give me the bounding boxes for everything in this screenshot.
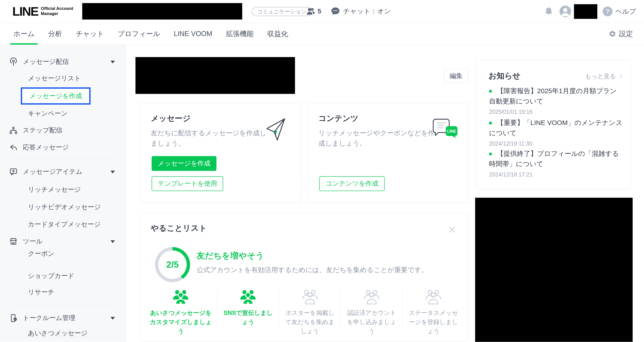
divider: [10, 160, 116, 160]
sidebar-item-talk-room-management[interactable]: トークルーム管理: [0, 313, 126, 323]
news-item-title: 【障害報告】2025年1月度の月額プラン自動更新について: [489, 86, 623, 106]
create-message-button[interactable]: メッセージを作成: [152, 156, 216, 171]
settings-link[interactable]: 設定: [609, 23, 633, 45]
todo-list-card: やることリスト 2/5 友だちを増やそう 公式アカウントを有効活用するためには、…: [140, 213, 468, 341]
line-oam-home-page: LINE Official Account Manager コミュニケーション …: [0, 0, 644, 342]
sidebar-item-tools[interactable]: ツール: [0, 237, 126, 246]
close-icon[interactable]: [448, 225, 456, 234]
news-panel: お知らせ もっと見る 【障害報告】2025年1月度の月額プラン自動更新について …: [476, 60, 630, 189]
avatar-person-icon: [560, 6, 571, 17]
chat-status: チャット：オン: [330, 6, 391, 16]
chevron-down-icon: [110, 171, 115, 173]
todo-desc: 公式アカウントを有効活用するためには、友だちを集めることが重要です。: [196, 265, 428, 275]
sidebar-item-rich-message[interactable]: リッチメッセージ: [0, 185, 126, 195]
logo-line-text: LINE: [12, 5, 38, 18]
tab-analytics[interactable]: 分析: [45, 23, 65, 45]
redacted-user-name: [574, 4, 598, 19]
help-icon: ?: [603, 7, 612, 16]
broadcast-icon: [9, 57, 18, 66]
chevron-down-icon: [110, 317, 115, 320]
sidebar-item-coupon[interactable]: クーポン: [0, 249, 126, 259]
sidebar-item-research[interactable]: リサーチ: [0, 287, 126, 297]
chat-bubble-icon: [330, 6, 340, 16]
news-item-date: 2024/12/18 17:21: [489, 171, 623, 178]
tab-monetization[interactable]: 収益化: [264, 23, 291, 45]
user-avatar[interactable]: [560, 6, 571, 17]
main-area: 編集 メッセージ 友だちに配信するメッセージを作成しましょう。 メッセージを作成…: [126, 45, 644, 342]
plan-badge: コミュニケーション: [252, 7, 312, 16]
phone-chat-icon: [9, 313, 18, 322]
sidebar-item-rich-video-message[interactable]: リッチビデオメッセージ: [0, 202, 126, 212]
content-card: コンテンツ LINE リッチメッセージやクーポンなどを作成しましょう。 コンテン…: [308, 103, 468, 203]
people-group-icon: [425, 289, 442, 305]
message-plus-icon: [9, 167, 18, 176]
redacted-side-panel: [475, 198, 633, 342]
sidebar-item-message-items[interactable]: メッセージアイテム: [0, 167, 126, 177]
bullet-icon: [489, 122, 492, 124]
sidebar-item-create-message[interactable]: メッセージを作成: [29, 92, 82, 101]
content-card-title: コンテンツ: [318, 113, 358, 124]
sidebar-item-message-list[interactable]: メッセージリスト: [0, 73, 126, 83]
help-link[interactable]: ? ヘルプ: [603, 7, 636, 16]
message-card-title: メッセージ: [151, 113, 190, 124]
people-group-icon: [301, 289, 319, 305]
task-apply-verified-account[interactable]: 認証済アカウントを申し込みましょう: [340, 288, 402, 330]
task-customize-greeting[interactable]: あいさつメッセージをカスタマイズしましょう: [144, 288, 217, 330]
divider: [0, 337, 126, 337]
create-content-button[interactable]: コンテンツを作成: [319, 176, 384, 191]
news-item-title: 【提供終了】プロフィールの「混雑する時間帯」について: [489, 148, 623, 169]
reply-arrow-icon: [9, 143, 18, 152]
sidebar-item-card-type-message[interactable]: カードタイプメッセージ: [0, 220, 126, 229]
sidebar-item-step-delivery[interactable]: ステップ配信: [0, 125, 126, 135]
sidebar-item-shop-card[interactable]: ショップカード: [0, 271, 126, 281]
chat-status-label: チャット：オン: [343, 7, 391, 16]
todo-heading: 友だちを増やそう: [196, 250, 264, 261]
divider: [10, 306, 116, 306]
bullet-icon: [489, 90, 492, 93]
sidebar-item-auto-response[interactable]: 応答メッセージ: [0, 142, 126, 152]
tab-line-voom[interactable]: LINE VOOM: [170, 23, 215, 45]
tab-chat[interactable]: チャット: [72, 23, 107, 45]
news-item-date: 2025/01/01 19:16: [489, 109, 623, 115]
chevron-right-icon: [618, 74, 622, 78]
use-template-button[interactable]: テンプレートを使用: [152, 176, 223, 191]
redacted-account-summary: [135, 57, 295, 94]
step-flow-icon: [9, 126, 18, 135]
main-nav: ホーム 分析 チャット プロフィール LINE VOOM 拡張機能 収益化 設定: [0, 23, 644, 45]
news-item[interactable]: 【提供終了】プロフィールの「混雑する時間帯」について 2024/12/18 17…: [489, 148, 623, 178]
notifications-bell-icon[interactable]: [544, 6, 554, 17]
content-card-desc: リッチメッセージやクーポンなどを作成しましょう。: [318, 128, 437, 148]
logo-subtitle-line2: Manager: [41, 11, 73, 16]
see-more-link[interactable]: もっと見る: [585, 72, 622, 80]
news-item[interactable]: 【障害報告】2025年1月度の月額プラン自動更新について 2025/01/01 …: [489, 86, 623, 115]
nav-tabs: ホーム 分析 チャット プロフィール LINE VOOM 拡張機能 収益化: [0, 23, 298, 45]
news-item-title: 【重要】「LINE VOOM」のメンテナンスについて: [489, 118, 623, 138]
line-logo: LINE Official Account Manager: [12, 5, 73, 18]
annotation-highlight-box: メッセージを作成: [21, 87, 90, 105]
redacted-account-name: [82, 3, 242, 20]
friends-icon: [306, 6, 316, 16]
tab-profile[interactable]: プロフィール: [114, 23, 163, 45]
message-card: メッセージ 友だちに配信するメッセージを作成しましょう。 メッセージを作成 テン…: [140, 103, 301, 203]
edit-button[interactable]: 編集: [444, 69, 468, 83]
task-promote-sns[interactable]: SNSで宣伝しましょう: [217, 288, 279, 330]
people-group-icon: [363, 289, 380, 305]
line-bubble-label: LINE: [447, 129, 456, 133]
task-post-poster[interactable]: ポスターを掲載して友だちを集めましょう: [279, 288, 340, 330]
message-card-desc: 友だちに配信するメッセージを作成しましょう。: [151, 128, 269, 148]
sidebar-item-message-broadcast[interactable]: メッセージ配信: [0, 57, 126, 67]
news-item[interactable]: 【重要】「LINE VOOM」のメンテナンスについて 2024/12/19 11…: [489, 118, 623, 147]
todo-card-title: やることリスト: [151, 223, 207, 233]
people-group-icon: [239, 289, 257, 305]
tab-home[interactable]: ホーム: [10, 23, 38, 45]
sidebar-item-campaign[interactable]: キャンペーン: [0, 109, 126, 118]
logo-subtitle-line1: Official Account: [41, 6, 73, 11]
tab-extensions[interactable]: 拡張機能: [223, 23, 257, 45]
help-label: ヘルプ: [616, 7, 636, 16]
task-register-status-message[interactable]: ステータスメッセージを登録しましょう: [402, 288, 464, 330]
todo-progress-donut: 2/5: [155, 247, 190, 282]
todo-progress-label: 2/5: [155, 247, 190, 282]
sidebar: メッセージ配信 メッセージリスト メッセージを作成 キャンペーン ステップ: [0, 45, 126, 342]
content-area: メッセージ配信 メッセージリスト メッセージを作成 キャンペーン ステップ: [0, 45, 644, 342]
chevron-down-icon: [110, 240, 115, 243]
